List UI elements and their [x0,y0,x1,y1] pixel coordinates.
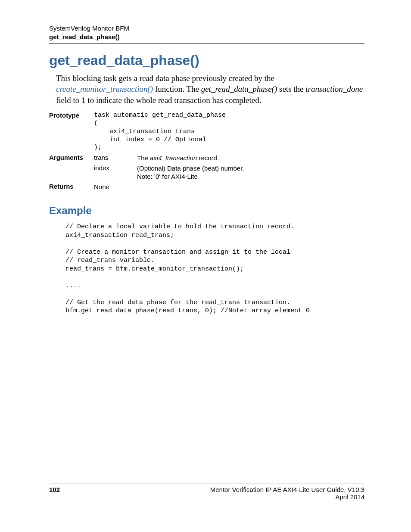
intro-text-mid: function. The [153,84,201,93]
returns-value: None [94,183,247,193]
intro-text-post: field to 1 to indicate the whole read tr… [56,96,261,105]
intro-text-pre: This blocking task gets a read data phas… [56,74,274,83]
intro-ital1: get_read_data_phase() [201,84,277,93]
footer-guide: Mentor Verification IP AE AXI4-Lite User… [210,486,364,493]
arg-desc-trans-post: record. [197,154,219,162]
footer-row: 102 Mentor Verification IP AE AXI4-Lite … [49,486,364,501]
intro-paragraph: This blocking task gets a read data phas… [56,73,364,106]
definition-table: Prototype task automatic get_read_data_p… [49,112,247,193]
arg-desc-trans: The axi4_transaction record. [137,154,247,164]
page-footer: 102 Mentor Verification IP AE AXI4-Lite … [49,483,364,501]
page-title: get_read_data_phase() [49,53,364,68]
arg-desc-trans-pre: The [137,154,150,162]
header-chapter: SystemVerilog Monitor BFM [49,24,364,33]
intro-link[interactable]: create_monitor_transaction() [56,84,153,93]
row-prototype: Prototype task automatic get_read_data_p… [49,112,247,154]
page-header: SystemVerilog Monitor BFM get_read_data_… [49,24,364,42]
footer-right: Mentor Verification IP AE AXI4-Lite User… [210,486,364,501]
row-arguments-2: index (Optional) Data phase (beat) numbe… [49,164,247,183]
intro-text-mid2: sets the [277,84,305,93]
label-prototype: Prototype [49,112,94,154]
header-rule [49,44,364,44]
arg-desc-trans-ital: axi4_transaction [150,154,197,162]
label-returns: Returns [49,183,94,193]
arg-desc-index-line1: (Optional) Data phase (beat) number. [137,164,244,173]
arg-desc-index: (Optional) Data phase (beat) number. Not… [137,164,247,183]
arg-desc-index-line2: Note: '0' for AXI4-Lite [137,172,244,181]
example-code: // Declare a local variable to hold the … [65,223,364,315]
row-arguments-1: Arguments trans The axi4_transaction rec… [49,154,247,164]
intro-ital2: transaction_done [305,84,363,93]
arg-name-trans: trans [94,154,137,164]
row-returns: Returns None [49,183,247,193]
header-section: get_read_data_phase() [49,33,364,41]
footer-page-number: 102 [49,486,60,501]
footer-date: April 2014 [210,493,364,501]
footer-rule [49,483,364,483]
page: SystemVerilog Monitor BFM get_read_data_… [0,0,411,513]
prototype-code: task automatic get_read_data_phase ( axi… [94,112,247,154]
label-arguments: Arguments [49,154,94,164]
example-heading: Example [49,205,364,217]
arg-name-index: index [94,164,137,183]
